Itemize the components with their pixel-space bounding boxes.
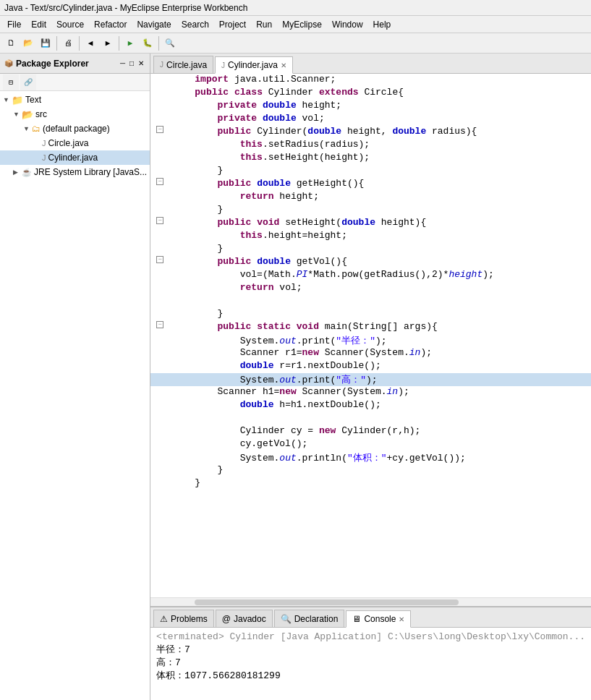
cylinder-tab-label: Cylinder.java: [228, 60, 278, 70]
menu-myeclipse[interactable]: MyEclipse: [278, 18, 326, 31]
bottom-panel: ⚠ Problems @ Javadoc 🔍 Declaration 🖥 Con…: [150, 606, 591, 700]
code-line-11: }: [150, 204, 591, 217]
maximize-panel-btn[interactable]: □: [128, 59, 135, 68]
bottom-tabs: ⚠ Problems @ Javadoc 🔍 Declaration 🖥 Con…: [150, 607, 591, 628]
fold-btn-9[interactable]: −: [156, 178, 163, 185]
toolbar-debug-btn[interactable]: 🐛: [140, 35, 156, 51]
toolbar-save-btn[interactable]: 💾: [38, 35, 54, 51]
code-line-15: − public double getVol(){: [150, 256, 591, 269]
toolbar-forward-btn[interactable]: ▶: [100, 35, 116, 51]
menu-edit[interactable]: Edit: [27, 18, 51, 31]
problems-tab-icon: ⚠: [160, 614, 168, 624]
tab-circle[interactable]: J Circle.java: [153, 56, 213, 73]
line-content-25: Scanner h1=new Scanner(System.in);: [169, 386, 588, 397]
tree-item-circle[interactable]: J Circle.java: [0, 136, 150, 150]
tree-item-default-pkg[interactable]: ▼ 🗂 (default package): [0, 121, 150, 136]
line-content-27: [169, 412, 588, 423]
toolbar-sep1: [56, 36, 57, 51]
code-area[interactable]: import java.util.Scanner; public class C…: [150, 74, 591, 597]
tree-area: ▼ 📁 Text ▼ 📂 src ▼ 🗂 (default package) J…: [0, 91, 150, 700]
code-line-6: this.setRadius(radius);: [150, 139, 591, 152]
line-content-9: public double getHeight(){: [169, 178, 588, 189]
tree-arrow-text: ▼: [3, 96, 12, 103]
menu-window[interactable]: Window: [328, 18, 367, 31]
link-with-editor-btn[interactable]: 🔗: [20, 74, 36, 90]
code-line-14: }: [150, 243, 591, 256]
cylinder-java-icon: J: [42, 153, 46, 162]
line-content-24: System.out.print("高：");: [169, 373, 588, 386]
code-line-19: }: [150, 308, 591, 321]
menu-file[interactable]: File: [3, 18, 25, 31]
line-content-18: [169, 295, 588, 306]
line-content-31: }: [169, 464, 588, 475]
package-explorer-title: Package Explorer: [16, 59, 89, 69]
tree-label-cylinder: Cylinder.java: [48, 153, 98, 163]
tree-arrow-src: ▼: [13, 111, 22, 118]
code-line-31: }: [150, 464, 591, 477]
tree-item-text[interactable]: ▼ 📁 Text: [0, 93, 150, 107]
menu-run[interactable]: Run: [252, 18, 276, 31]
tab-console[interactable]: 🖥 Console ✕: [346, 610, 411, 628]
menu-help[interactable]: Help: [369, 18, 396, 31]
code-line-25: Scanner h1=new Scanner(System.in);: [150, 386, 591, 399]
collapse-all-btn[interactable]: ⊟: [3, 74, 19, 90]
close-panel-btn[interactable]: ✕: [137, 59, 145, 68]
line-content-28: Cylinder cy = new Cylinder(r,h);: [169, 425, 588, 436]
tree-arrow-cylinder: [33, 154, 42, 161]
menu-project[interactable]: Project: [215, 18, 250, 31]
tree-label-src: src: [35, 109, 47, 119]
title-text: Java - Text/src/Cylinder.java - MyEclips…: [4, 3, 247, 13]
toolbar-new-btn[interactable]: 🗋: [3, 35, 19, 51]
declaration-tab-icon: 🔍: [281, 614, 292, 624]
fold-btn-12[interactable]: −: [156, 217, 163, 224]
editor-scrollbar[interactable]: [150, 597, 591, 606]
right-panel: J Circle.java J Cylinder.java ✕ import j…: [150, 54, 591, 700]
toolbar-print-btn[interactable]: 🖨: [60, 35, 76, 51]
code-line-26: double h=h1.nextDouble();: [150, 399, 591, 412]
code-line-1: import java.util.Scanner;: [150, 74, 591, 87]
code-line-22: Scanner r1=new Scanner(System.in);: [150, 347, 591, 360]
cylinder-tab-icon: J: [221, 61, 225, 69]
menu-source[interactable]: Source: [52, 18, 88, 31]
tree-item-jre[interactable]: ▶ ☕ JRE System Library [JavaS...: [0, 165, 150, 179]
cylinder-tab-close[interactable]: ✕: [281, 61, 286, 69]
menu-search[interactable]: Search: [177, 18, 213, 31]
toolbar-back-btn[interactable]: ◀: [82, 35, 98, 51]
code-line-21: System.out.print("半径：");: [150, 334, 591, 347]
tree-item-src[interactable]: ▼ 📂 src: [0, 107, 150, 121]
code-line-17: return vol;: [150, 282, 591, 295]
fold-btn-5[interactable]: −: [156, 126, 163, 133]
console-tab-close[interactable]: ✕: [399, 615, 404, 623]
code-line-16: vol=(Math.PI*Math.pow(getRadius(),2)*hei…: [150, 269, 591, 282]
code-line-4: private double vol;: [150, 113, 591, 126]
toolbar-sep3: [119, 36, 119, 51]
line-content-15: public double getVol(){: [169, 256, 588, 267]
tab-cylinder[interactable]: J Cylinder.java ✕: [215, 56, 293, 74]
problems-tab-label: Problems: [171, 614, 208, 624]
line-content-7: this.setHeight(height);: [169, 152, 588, 163]
tab-javadoc[interactable]: @ Javadoc: [216, 610, 273, 627]
line-content-19: }: [169, 308, 588, 319]
code-line-30: System.out.println("体积："+cy.getVol());: [150, 451, 591, 464]
fold-btn-15[interactable]: −: [156, 256, 163, 263]
code-line-10: return height;: [150, 191, 591, 204]
minimize-panel-btn[interactable]: ─: [119, 59, 127, 68]
toolbar-run-btn[interactable]: ▶: [122, 35, 138, 51]
tree-label-default-pkg: (default package): [43, 124, 110, 134]
menu-refactor[interactable]: Refactor: [90, 18, 131, 31]
project-icon: 📁: [12, 95, 23, 106]
toolbar-search-btn[interactable]: 🔍: [162, 35, 178, 51]
package-explorer-toolbar: ⊟ 🔗: [0, 74, 150, 91]
tab-declaration[interactable]: 🔍 Declaration: [274, 610, 345, 627]
tab-problems[interactable]: ⚠ Problems: [153, 610, 214, 627]
fold-btn-20[interactable]: −: [156, 321, 163, 328]
code-line-8: }: [150, 165, 591, 178]
tree-item-cylinder[interactable]: J Cylinder.java: [0, 150, 150, 165]
line-content-5: public Cylinder(double height, double ra…: [169, 126, 588, 137]
circle-tab-icon: J: [160, 61, 163, 69]
toolbar-open-btn[interactable]: 📂: [20, 35, 36, 51]
console-output: <terminated> Cylinder [Java Application]…: [150, 628, 591, 700]
code-line-29: cy.getVol();: [150, 438, 591, 451]
package-icon: 🗂: [32, 124, 41, 134]
menu-navigate[interactable]: Navigate: [132, 18, 175, 31]
